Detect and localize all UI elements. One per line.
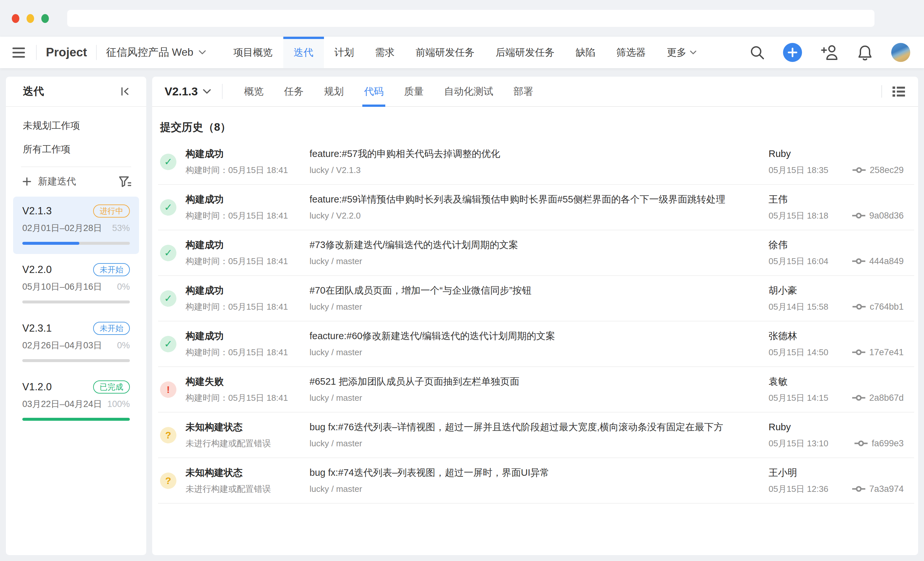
nav-tab[interactable]: 筛选器 bbox=[606, 37, 657, 68]
build-status-subtitle: 构建时间：05月15日 18:41 bbox=[186, 347, 309, 358]
nav-tab[interactable]: 后端研发任务 bbox=[485, 37, 565, 68]
iteration-progress-track bbox=[22, 359, 130, 362]
chevron-down-icon bbox=[203, 89, 211, 94]
commit-message[interactable]: #70在团队成员页面，增加一个“与企业微信同步”按钮 bbox=[309, 285, 759, 296]
build-status-icon: ? bbox=[160, 473, 176, 489]
nav-tab[interactable]: 更多 bbox=[657, 37, 707, 68]
commit-hash-link[interactable]: 17e7e41 bbox=[852, 347, 904, 358]
chevron-down-icon bbox=[690, 51, 696, 55]
nav-tab[interactable]: 项目概览 bbox=[223, 37, 283, 68]
iteration-progress-fill bbox=[22, 242, 80, 245]
commit-hash-link[interactable]: 9a08d36 bbox=[852, 211, 904, 221]
commit-hash-icon bbox=[855, 440, 868, 447]
zoom-button[interactable] bbox=[41, 14, 49, 23]
commit-message[interactable]: #6521 把添加团队成员从子页面抽到左栏单独页面 bbox=[309, 376, 759, 387]
iteration-progress-track bbox=[22, 301, 130, 304]
nav-tab[interactable]: 缺陷 bbox=[565, 37, 606, 68]
nav-tab-label: 后端研发任务 bbox=[496, 46, 555, 59]
commit-hash-link[interactable]: fa699e3 bbox=[855, 438, 904, 449]
commit-hash-text: fa699e3 bbox=[872, 438, 904, 449]
iteration-item[interactable]: V2.3.1 未开始 02月26日–04月03日 0% bbox=[13, 314, 139, 371]
iteration-progress-track bbox=[22, 418, 130, 421]
nav-tab[interactable]: 计划 bbox=[324, 37, 364, 68]
commit-author: 袁敏 bbox=[769, 376, 904, 387]
iteration-progress-percent: 100% bbox=[107, 399, 130, 409]
commit-message[interactable]: feacture:#60修改新建迭代/编辑迭代的迭代计划周期的文案 bbox=[309, 330, 759, 342]
project-name: 征信风控产品 Web bbox=[106, 45, 193, 60]
iteration-progress-percent: 53% bbox=[112, 223, 130, 233]
commit-hash-text: 7a3a974 bbox=[869, 484, 904, 494]
commit-date: 05月14日 15:58 bbox=[769, 302, 828, 312]
iteration-item[interactable]: V2.2.0 未开始 05月10日–06月16日 0% bbox=[13, 255, 139, 313]
iteration-selector[interactable]: V2.1.3 bbox=[165, 85, 211, 98]
iteration-progress-track bbox=[22, 242, 130, 245]
commit-row: ! 构建失败 构建时间：05月15日 18:41 #6521 把添加团队成员从子… bbox=[158, 367, 914, 413]
main-tab[interactable]: 质量 bbox=[394, 77, 434, 106]
commit-author: 张德林 bbox=[769, 330, 904, 342]
iteration-date-range: 05月10日–06月16日 bbox=[22, 281, 102, 293]
create-plus-button[interactable] bbox=[783, 43, 802, 62]
commit-message[interactable]: feature:#59详情预估申购时长列表及编辑预估申购时长界面#55侧栏界面的… bbox=[309, 194, 759, 205]
minimize-button[interactable] bbox=[27, 14, 34, 23]
commit-author: 胡小豪 bbox=[769, 285, 904, 296]
add-member-icon[interactable] bbox=[820, 45, 839, 60]
address-bar[interactable] bbox=[67, 10, 874, 27]
commit-author: Ruby bbox=[769, 421, 904, 433]
commit-hash-icon bbox=[852, 303, 866, 311]
iteration-item[interactable]: V1.2.0 已完成 03月22日–04月24日 100% bbox=[13, 373, 139, 430]
search-icon[interactable] bbox=[750, 45, 765, 60]
build-status-title: 构建成功 bbox=[186, 285, 309, 296]
commit-hash-link[interactable]: 2a8b67d bbox=[852, 393, 904, 403]
menu-icon[interactable] bbox=[10, 46, 27, 60]
sidebar-link[interactable]: 所有工作项 bbox=[6, 138, 146, 161]
divider bbox=[222, 84, 223, 99]
nav-tab[interactable]: 需求 bbox=[364, 37, 405, 68]
commit-message[interactable]: #73修改新建迭代/编辑迭代的迭代计划周期的文案 bbox=[309, 239, 759, 251]
main-tab[interactable]: 规划 bbox=[314, 77, 354, 106]
commit-message[interactable]: bug fx:#74迭代列表–列表视图，超过一屏时，界面UI异常 bbox=[309, 467, 759, 479]
collapse-sidebar-icon[interactable] bbox=[119, 85, 131, 97]
iteration-item[interactable]: V2.1.3 进行中 02月01日–02月28日 53% bbox=[13, 197, 139, 254]
build-status-icon: ✓ bbox=[160, 336, 176, 352]
project-selector[interactable]: 征信风控产品 Web bbox=[106, 45, 206, 60]
main-tab[interactable]: 部署 bbox=[503, 77, 543, 106]
new-iteration-button[interactable]: 新建迭代 bbox=[22, 175, 76, 188]
list-view-icon[interactable] bbox=[892, 85, 906, 97]
commit-branch: lucky / master bbox=[309, 438, 759, 449]
commit-hash-text: c764bb1 bbox=[870, 302, 904, 312]
sidebar-link[interactable]: 未规划工作项 bbox=[6, 114, 146, 138]
commit-hash-icon bbox=[852, 257, 865, 265]
build-status-title: 未知构建状态 bbox=[186, 421, 309, 433]
commit-branch: lucky / master bbox=[309, 256, 759, 266]
commit-hash-link[interactable]: c764bb1 bbox=[852, 302, 904, 312]
iteration-status-badge: 已完成 bbox=[93, 380, 130, 393]
nav-tab[interactable]: 迭代 bbox=[283, 37, 324, 68]
iteration-date-range: 02月26日–04月03日 bbox=[22, 340, 102, 351]
commit-hash-link[interactable]: 258ec29 bbox=[852, 165, 904, 175]
divider bbox=[96, 45, 97, 60]
iteration-date-range: 02月01日–02月28日 bbox=[22, 222, 102, 234]
user-avatar[interactable] bbox=[891, 43, 910, 62]
iteration-progress-fill bbox=[22, 418, 130, 421]
commit-branch: lucky / master bbox=[309, 393, 759, 403]
commit-message[interactable]: bug fx:#76迭代列表–详情视图，超过一屏并且迭代阶段超过最大宽度,横向滚… bbox=[309, 421, 759, 433]
commit-date: 05月15日 14:15 bbox=[769, 393, 828, 403]
build-status-title: 构建成功 bbox=[186, 148, 309, 160]
commit-hash-link[interactable]: 7a3a974 bbox=[852, 484, 904, 494]
commit-message[interactable]: feature:#57我的申购相关代码去掉调整的优化 bbox=[309, 148, 759, 160]
commit-hash-link[interactable]: 444a849 bbox=[852, 256, 904, 266]
main-tab[interactable]: 代码 bbox=[354, 77, 394, 106]
main-tab[interactable]: 自动化测试 bbox=[434, 77, 503, 106]
main-tab[interactable]: 概览 bbox=[234, 77, 274, 106]
filter-icon[interactable] bbox=[119, 176, 131, 187]
commit-date: 05月15日 13:10 bbox=[769, 438, 828, 449]
build-status-icon: ✓ bbox=[160, 290, 176, 307]
iteration-name: V2.2.0 bbox=[22, 264, 52, 275]
close-button[interactable] bbox=[12, 14, 20, 23]
build-status-icon: ✓ bbox=[160, 199, 176, 215]
commit-row: ✓ 构建成功 构建时间：05月15日 18:41 feature:#59详情预估… bbox=[158, 185, 914, 230]
divider bbox=[36, 45, 37, 60]
main-tab[interactable]: 任务 bbox=[274, 77, 314, 106]
notification-bell-icon[interactable] bbox=[857, 44, 873, 61]
nav-tab[interactable]: 前端研发任务 bbox=[405, 37, 485, 68]
